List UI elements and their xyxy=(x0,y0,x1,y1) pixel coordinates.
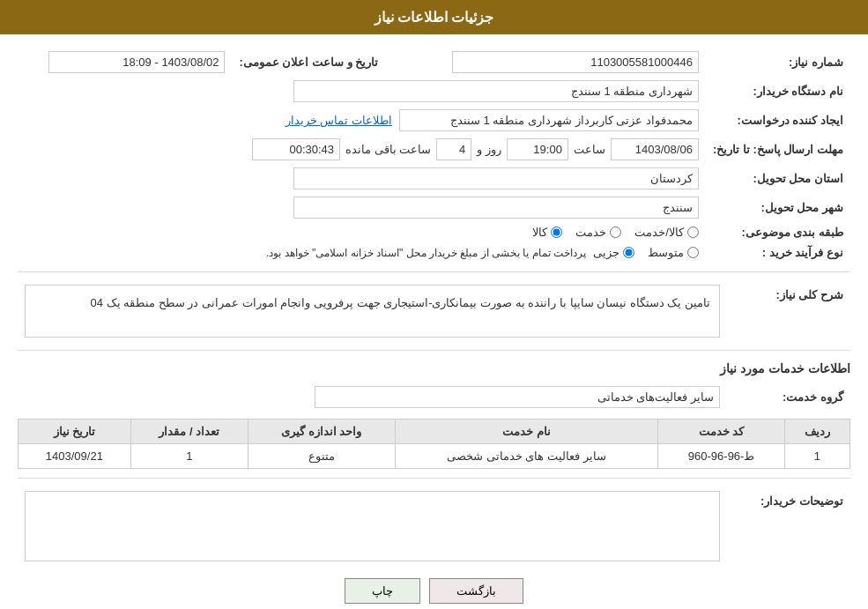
category-label-kala-khedmat: کالا/خدمت xyxy=(634,226,684,239)
purchase-notice: پرداخت تمام یا بخشی از مبلغ خریدار محل "… xyxy=(266,247,586,259)
purchase-type-label: نوع فرآیند خرید : xyxy=(706,242,850,263)
purchase-type-motavasset[interactable]: متوسط xyxy=(648,246,699,259)
table-cell: 1403/09/21 xyxy=(19,444,131,469)
category-radio-kala-khedmat[interactable] xyxy=(687,227,699,238)
deadline-date: 1403/08/06 xyxy=(611,138,699,160)
creator-label: ایجاد کننده درخواست: xyxy=(706,106,850,135)
page-title: جزئیات اطلاعات نیاز xyxy=(0,0,868,34)
category-label-khedmat: خدمت xyxy=(575,226,606,239)
deadline-label: مهلت ارسال پاسخ: تا تاریخ: xyxy=(706,135,850,164)
remaining-time: 00:30:43 xyxy=(252,138,340,160)
col-row-num: ردیف xyxy=(784,420,849,444)
table-cell: 1 xyxy=(130,444,248,469)
purchase-label-motavasset: متوسط xyxy=(648,246,684,259)
table-cell: سایر فعالیت های خدماتی شخصی xyxy=(395,444,658,469)
table-row: 1ط-96-96-960سایر فعالیت های خدماتی شخصیم… xyxy=(19,444,850,469)
category-kala[interactable]: کالا xyxy=(532,226,562,239)
buttons-row: بازگشت چاپ xyxy=(18,578,850,609)
col-service-code: کد خدمت xyxy=(658,420,784,444)
category-label: طبقه بندی موضوعی: xyxy=(706,222,850,242)
date-value: 1403/08/02 - 18:09 xyxy=(48,51,225,73)
category-radio-khedmat[interactable] xyxy=(610,227,621,238)
deadline-days: 4 xyxy=(436,138,471,160)
category-khedmat[interactable]: خدمت xyxy=(575,226,621,239)
contact-link[interactable]: اطلاعات تماس خریدار xyxy=(286,114,392,127)
description-text: تامین یک دستگاه نیسان سایپا با راننده به… xyxy=(25,285,720,338)
services-group-label: گروه خدمت: xyxy=(727,382,850,412)
deadline-time-label: ساعت xyxy=(574,143,605,156)
deadline-days-label: روز و xyxy=(477,143,501,156)
table-cell: 1 xyxy=(784,444,849,469)
creator-value: محمدفواد عزتی کاربرداز شهرداری منطقه 1 س… xyxy=(399,109,699,131)
need-number-label: شماره نیاز: xyxy=(706,48,850,77)
purchase-type-jozi[interactable]: جزیی xyxy=(593,246,634,259)
services-table: ردیف کد خدمت نام خدمت واحد اندازه گیری ت… xyxy=(18,419,850,469)
city-value: سنندج xyxy=(293,197,699,219)
col-date: تاریخ نیاز xyxy=(19,420,131,444)
table-cell: ط-96-96-960 xyxy=(658,444,784,469)
buyer-notes-label: توضیحات خریدار: xyxy=(727,487,850,565)
remaining-label: ساعت باقی مانده xyxy=(345,143,431,156)
col-unit: واحد اندازه گیری xyxy=(249,420,396,444)
purchase-radio-jozi[interactable] xyxy=(623,247,634,258)
category-label-kala: کالا xyxy=(532,226,547,239)
buyer-org-value: شهرداری منطقه 1 سنندج xyxy=(293,80,699,102)
col-service-name: نام خدمت xyxy=(395,420,658,444)
city-label: شهر محل تحویل: xyxy=(706,193,850,222)
print-button[interactable]: چاپ xyxy=(345,578,420,604)
col-quantity: تعداد / مقدار xyxy=(130,420,248,444)
back-button[interactable]: بازگشت xyxy=(429,578,523,604)
description-label: شرح کلی نیاز: xyxy=(727,281,850,341)
services-section-title: اطلاعات خدمات مورد نیاز xyxy=(18,361,850,375)
purchase-radio-motavasset[interactable] xyxy=(687,247,699,258)
province-value: کردستان xyxy=(293,167,699,189)
date-label: تاریخ و ساعت اعلان عمومی: xyxy=(232,48,385,77)
province-label: استان محل تحویل: xyxy=(706,164,850,193)
category-radio-kala[interactable] xyxy=(551,227,562,238)
buyer-notes-textarea[interactable] xyxy=(25,491,720,561)
deadline-time: 19:00 xyxy=(507,138,568,160)
services-group-value: سایر فعالیت‌های خدماتی xyxy=(315,386,720,408)
purchase-label-jozi: جزیی xyxy=(593,246,619,259)
need-number-value: 1103005581000446 xyxy=(452,51,699,73)
category-kala-khedmat[interactable]: کالا/خدمت xyxy=(634,226,699,239)
buyer-org-label: نام دستگاه خریدار: xyxy=(706,77,850,106)
table-cell: متنوع xyxy=(249,444,396,469)
